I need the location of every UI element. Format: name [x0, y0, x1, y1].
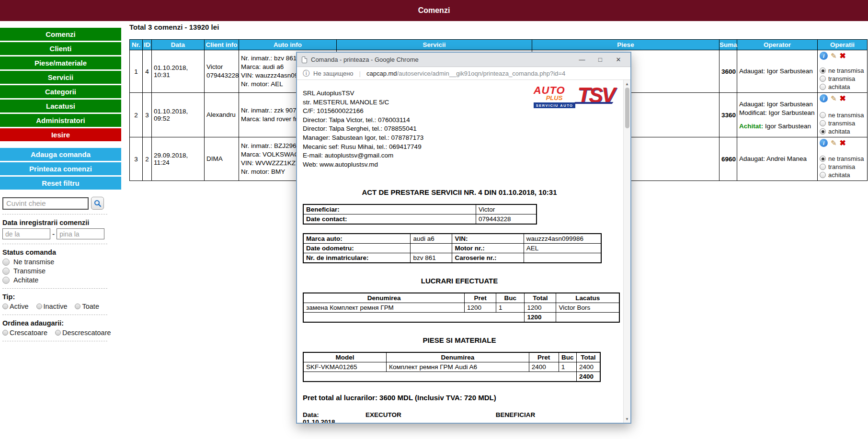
sidebar-item-administratori[interactable]: Administratori — [0, 114, 121, 127]
cell-operator: Adaugat: Andrei Manea — [737, 137, 818, 181]
col-suma: Suma — [720, 40, 737, 50]
radio-label: ne transmisa — [828, 112, 864, 119]
col-operator: Operator — [737, 40, 818, 50]
radio-label: transmisa — [828, 75, 855, 82]
address-bar[interactable]: ⓘ Не защищено | capcap.md/autoservice/ad… — [297, 67, 630, 80]
radio-label: achitata — [828, 83, 850, 90]
company-logo: AUTO PLUS SERVICIU AUTO TSV — [534, 86, 614, 108]
doc-value: Комплект ремня ГРМ Audi A6 — [387, 362, 529, 372]
radio-transmise[interactable] — [2, 268, 10, 275]
doc-value: 2400 — [529, 362, 559, 372]
logo-auto-text: AUTO — [534, 86, 565, 95]
edit-icon[interactable]: ✎ — [831, 139, 837, 146]
checkbox-active[interactable] — [2, 304, 8, 309]
delete-icon[interactable]: ✖ — [840, 95, 846, 102]
checkbox-descrescatoare[interactable] — [55, 330, 61, 336]
radio-ne-transmisa[interactable] — [820, 156, 826, 162]
date-separator: - — [52, 230, 55, 238]
cell-suma: 6960 — [720, 137, 737, 181]
sidebar-item-piese-materiale[interactable]: Piese/materiale — [0, 56, 121, 69]
footer-executor-label: EXECUTOR — [365, 411, 401, 418]
scroll-down-icon[interactable]: ▼ — [625, 415, 629, 423]
lucrari-title: LUCRARI EFECTUATE — [303, 277, 616, 285]
printeaza-comenzi-button[interactable]: Printeaza comenzi — [0, 162, 121, 175]
scroll-up-icon[interactable]: ▲ — [625, 80, 629, 88]
date-from-field[interactable] — [2, 228, 50, 239]
cell-suma: 3360 — [720, 93, 737, 137]
radio-achitata[interactable] — [820, 128, 826, 135]
logo-tsv-text: TSV — [577, 86, 614, 105]
doc-value: bzv 861 — [411, 253, 452, 263]
achitat-label: Achitat: — [739, 123, 763, 130]
sidebar-item-label: Comenzi — [46, 30, 76, 38]
date-to-field[interactable] — [57, 228, 104, 239]
operator-lines: Adaugat: Igor Sarbustean Modificat: Igor… — [739, 100, 815, 117]
minimize-icon[interactable]: — — [575, 56, 589, 63]
radio-transmisa[interactable] — [820, 76, 826, 82]
doc-col: Buc — [559, 352, 576, 362]
doc-col: Lacatus — [556, 293, 619, 303]
delete-icon[interactable]: ✖ — [840, 139, 846, 147]
radio-transmisa[interactable] — [820, 164, 826, 170]
radio-ne-transmisa[interactable] — [820, 68, 826, 74]
doc-label: Date odometru: — [303, 244, 411, 253]
doc-label: Motor nr.: — [452, 244, 524, 253]
divider — [2, 315, 107, 315]
sidebar-item-categorii[interactable]: Categorii — [0, 85, 121, 98]
search-input[interactable] — [2, 197, 89, 210]
page-title: Comenzi — [418, 6, 450, 15]
cell-data: 29.09.2018, 11:24 — [152, 137, 205, 181]
logo-plus-text: PLUS — [546, 95, 563, 101]
doc-value: 1 — [496, 303, 525, 313]
radio-ne-transmisa[interactable] — [820, 112, 826, 118]
checkbox-inactive[interactable] — [36, 304, 42, 309]
doc-value: 1 — [559, 362, 576, 372]
url-text: capcap.md/autoservice/admin__gik91oqn/pr… — [366, 70, 565, 77]
status-filter-label: Status comanda — [2, 248, 107, 256]
close-icon[interactable]: ✕ — [611, 56, 626, 63]
document-footer: Data: 01.10.2018 EXECUTOR ______________… — [303, 411, 616, 423]
button-label: Printeaza comenzi — [29, 165, 92, 173]
button-label: Adauga comanda — [31, 150, 91, 158]
doc-value: 1200 — [525, 303, 556, 313]
reset-filtru-button[interactable]: Reset filtru — [0, 177, 121, 190]
radio-ne-transmise[interactable] — [2, 259, 10, 266]
info-icon[interactable]: i — [820, 139, 828, 147]
popup-scrollbar[interactable]: ▲ ▼ — [623, 80, 630, 423]
info-icon[interactable]: i — [820, 94, 828, 102]
maximize-icon[interactable]: □ — [593, 56, 607, 63]
sidebar-item-comenzi[interactable]: Comenzi — [0, 28, 121, 41]
checkbox-toate[interactable] — [75, 304, 80, 309]
doc-col: Total — [525, 293, 556, 303]
radio-achitata[interactable] — [820, 84, 826, 90]
radio-transmisa[interactable] — [820, 120, 826, 126]
info-icon[interactable]: i — [820, 52, 828, 60]
checkbox-label: Crescatoare — [10, 329, 47, 337]
lucrari-table: Denumirea Pret Buc Total Lacatus замена … — [303, 293, 620, 323]
edit-icon[interactable]: ✎ — [831, 52, 837, 59]
col-data: Data — [152, 40, 205, 50]
doc-value: Victor — [476, 204, 537, 214]
checkbox-crescatoare[interactable] — [2, 330, 8, 336]
radio-achitate[interactable] — [2, 277, 10, 284]
divider — [2, 214, 107, 214]
cell-operatii: i ✎ ✖ ne transmisa transmisa achitata — [818, 50, 868, 93]
sidebar-item-lacatusi[interactable]: Lacatusi — [0, 100, 121, 113]
sidebar-item-servicii[interactable]: Servicii — [0, 71, 121, 84]
table-header-row: Nr. ID Data Client info Auto info Servic… — [130, 40, 868, 50]
radio-achitata[interactable] — [820, 172, 826, 178]
sidebar-item-iesire[interactable]: Iesire — [0, 128, 121, 141]
cell-nr: 1 — [130, 50, 143, 93]
sidebar-item-clienti[interactable]: Clienti — [0, 42, 121, 55]
cell-client: DIMA — [205, 137, 239, 181]
scrollbar-thumb[interactable] — [625, 88, 629, 128]
delete-icon[interactable]: ✖ — [840, 52, 846, 60]
edit-icon[interactable]: ✎ — [831, 95, 837, 102]
app-root: Comenzi Comenzi Clienti Piese/materiale … — [0, 0, 868, 439]
app-header: Comenzi — [0, 0, 868, 21]
search-button[interactable] — [91, 197, 104, 210]
adauga-comanda-button[interactable]: Adauga comanda — [0, 148, 121, 161]
popup-titlebar[interactable]: Comanda - printeaza - Google Chrome — □ … — [297, 53, 630, 67]
piese-table: Model Denumirea Pret Buc Total SKF-VKMA0… — [303, 352, 601, 382]
doc-label: Date contact: — [303, 214, 476, 225]
